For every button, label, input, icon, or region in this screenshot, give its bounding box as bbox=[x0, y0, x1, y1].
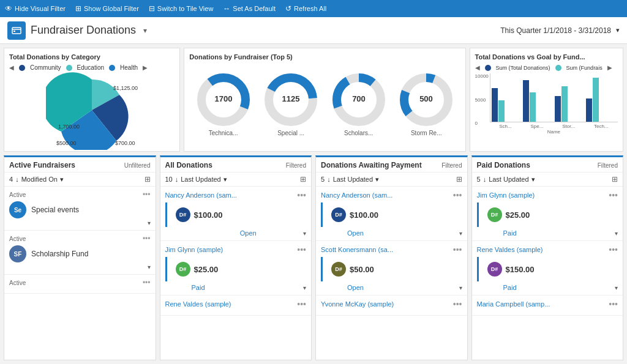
donut-technica-label: Technica... bbox=[209, 130, 238, 136]
bar-label-sch: Sch... bbox=[499, 124, 511, 129]
donation-avatar-1: D# bbox=[176, 207, 190, 222]
header: Fundraiser Donations ▾ This Quarter 1/1/… bbox=[0, 17, 627, 44]
hide-visual-filter-button[interactable]: 👁 Hide Visual Filter bbox=[5, 4, 66, 13]
paid-donations-badge: Filtered bbox=[598, 162, 618, 169]
refresh-all-button[interactable]: ↺ Refresh All bbox=[285, 4, 326, 13]
donation-status-2[interactable]: Paid bbox=[192, 284, 205, 291]
list-item: Jim Glynn (sample) ••• D# $25.00 Paid ▾ bbox=[472, 187, 623, 241]
legend-community-dot bbox=[19, 65, 25, 71]
date-range-chevron-icon[interactable]: ▾ bbox=[616, 26, 620, 34]
paid-donations-sort[interactable]: 5 ↓ Last Updated ▾ bbox=[477, 176, 535, 184]
all-donations-sort[interactable]: 10 ↓ Last Updated ▾ bbox=[165, 176, 227, 184]
fundraiser-dots-3[interactable]: ••• bbox=[143, 278, 151, 287]
donation-dots-2[interactable]: ••• bbox=[297, 245, 306, 254]
donation-person-3[interactable]: Rene Valdes (sample) bbox=[165, 300, 231, 308]
show-global-filter-button[interactable]: ⊞ Show Global Filter bbox=[75, 4, 139, 13]
awaiting-dots-3[interactable]: ••• bbox=[453, 299, 462, 309]
donation-dots-1[interactable]: ••• bbox=[297, 190, 306, 200]
awaiting-status-2[interactable]: Open bbox=[347, 284, 364, 291]
chart3-legend: ◀ Sum (Total Donations) Sum (Fundrais ▶ bbox=[475, 64, 618, 71]
fundraiser-dots-2[interactable]: ••• bbox=[143, 234, 151, 243]
list-item: Active ••• bbox=[4, 275, 156, 294]
svg-text:1125: 1125 bbox=[282, 94, 300, 103]
awaiting-status-chevron-2[interactable]: ▾ bbox=[459, 284, 462, 291]
legend-health-dot bbox=[109, 65, 115, 71]
donation-person-1[interactable]: Nancy Anderson (sam... bbox=[165, 191, 237, 199]
awaiting-payment-header: Donations Awaiting Payment Filtered bbox=[316, 157, 467, 173]
awaiting-person-3[interactable]: Yvonne McKay (sample) bbox=[321, 300, 394, 308]
all-donations-options-icon[interactable]: ⊞ bbox=[300, 175, 306, 184]
bar-sch-v2 bbox=[498, 100, 505, 122]
list-item: Nancy Anderson (sam... ••• D# $100.00 Op… bbox=[316, 187, 467, 241]
donation-status-chevron-1[interactable]: ▾ bbox=[303, 230, 306, 237]
refresh-icon: ↺ bbox=[285, 4, 291, 13]
chart-total-donations-by-category: Total Donations by Category ◀ Community … bbox=[4, 48, 180, 152]
awaiting-payment-sort[interactable]: 5 ↓ Last Updated ▾ bbox=[321, 176, 379, 184]
bar-sch-v1 bbox=[492, 88, 498, 122]
donut-scholars-label: Scholars... bbox=[344, 130, 373, 136]
donation-avatar-2: D# bbox=[176, 262, 190, 277]
chart3-title: Total Donations vs Goal by Fund... bbox=[475, 53, 618, 61]
y-label-10000: 10000 bbox=[475, 73, 489, 79]
paid-sort-count: 5 bbox=[477, 176, 481, 183]
awaiting-payment-title: Donations Awaiting Payment bbox=[321, 161, 422, 169]
paid-body-2: D# $150.00 bbox=[477, 257, 618, 281]
paid-item-header-3: Maria Campbell (samp... ••• bbox=[477, 299, 618, 309]
paid-status-1[interactable]: Paid bbox=[503, 229, 517, 237]
svg-text:1700: 1700 bbox=[214, 94, 232, 103]
awaiting-sort-field: Last Updated bbox=[333, 176, 373, 183]
svg-text:500: 500 bbox=[419, 94, 433, 103]
donation-status-1[interactable]: Open bbox=[240, 229, 257, 237]
awaiting-options-icon[interactable]: ⊞ bbox=[456, 175, 462, 184]
paid-status-2[interactable]: Paid bbox=[503, 284, 517, 291]
bar-group-tech bbox=[586, 78, 615, 122]
svg-rect-2 bbox=[13, 31, 15, 32]
awaiting-body-2: D# $50.00 bbox=[321, 257, 462, 281]
fundraiser-chevron-2[interactable]: ▾ bbox=[9, 264, 151, 270]
awaiting-item-header-3: Yvonne McKay (sample) ••• bbox=[321, 299, 462, 309]
date-range: This Quarter 1/1/2018 - 3/31/2018 bbox=[500, 26, 611, 35]
paid-options-icon[interactable]: ⊞ bbox=[612, 175, 618, 184]
active-fundraisers-options-icon[interactable]: ⊞ bbox=[145, 175, 151, 184]
chart3-legend-dot2 bbox=[555, 65, 561, 71]
chart1-prev-arrow[interactable]: ◀ bbox=[9, 64, 14, 71]
set-default-button[interactable]: ↔ Set As Default bbox=[223, 4, 276, 13]
chart3-next-arrow[interactable]: ▶ bbox=[607, 64, 612, 71]
paid-status-chevron-1[interactable]: ▾ bbox=[615, 230, 618, 237]
donation-person-2[interactable]: Jim Glynn (sample) bbox=[165, 246, 223, 253]
bar-x-axis-name: Name bbox=[490, 129, 618, 135]
awaiting-status-1[interactable]: Open bbox=[347, 229, 364, 237]
donation-dots-3[interactable]: ••• bbox=[297, 299, 306, 309]
paid-person-3[interactable]: Maria Campbell (samp... bbox=[477, 300, 550, 308]
awaiting-avatar-2: D# bbox=[331, 262, 346, 277]
donuts-container: 1700 Technica... 1125 Special ... bbox=[189, 64, 460, 144]
switch-view-button[interactable]: ⊟ Switch to Tile View bbox=[149, 4, 214, 13]
sort-chevron-icon: ▾ bbox=[60, 176, 64, 184]
header-right: This Quarter 1/1/2018 - 3/31/2018 ▾ bbox=[500, 26, 620, 35]
paid-person-2[interactable]: Rene Valdes (sample) bbox=[477, 246, 543, 253]
paid-person-1[interactable]: Jim Glynn (sample) bbox=[477, 191, 535, 199]
list-item: Rene Valdes (sample) ••• D# $150.00 Paid… bbox=[472, 241, 623, 295]
chart1-next-arrow[interactable]: ▶ bbox=[143, 64, 148, 71]
awaiting-amount-2: $50.00 bbox=[350, 265, 374, 274]
awaiting-person-2[interactable]: Scott Konersmann (sa... bbox=[321, 246, 393, 253]
awaiting-dots-1[interactable]: ••• bbox=[453, 190, 462, 200]
donut-scholars: 700 Scholars... bbox=[331, 72, 386, 136]
awaiting-person-1[interactable]: Nancy Anderson (sam... bbox=[321, 191, 392, 199]
active-fundraisers-sort[interactable]: 4 ↓ Modified On ▾ bbox=[9, 176, 64, 184]
bar-label-stor: Stor... bbox=[562, 124, 575, 129]
paid-dots-2[interactable]: ••• bbox=[609, 245, 618, 254]
awaiting-dots-2[interactable]: ••• bbox=[453, 245, 462, 254]
fundraiser-chevron-1[interactable]: ▾ bbox=[9, 220, 151, 226]
chart3-prev-arrow[interactable]: ◀ bbox=[475, 64, 480, 71]
awaiting-status-chevron-1[interactable]: ▾ bbox=[459, 230, 462, 237]
list-item: Active ••• Se Special events ▾ bbox=[4, 187, 156, 231]
fundraiser-dots-1[interactable]: ••• bbox=[143, 190, 151, 199]
paid-dots-3[interactable]: ••• bbox=[609, 299, 618, 309]
title-chevron-icon[interactable]: ▾ bbox=[143, 26, 147, 35]
paid-dots-1[interactable]: ••• bbox=[609, 190, 618, 200]
donation-status-chevron-2[interactable]: ▾ bbox=[303, 284, 306, 291]
awaiting-item-header-2: Scott Konersmann (sa... ••• bbox=[321, 245, 462, 254]
donut-special-label: Special ... bbox=[277, 130, 304, 136]
paid-status-chevron-2[interactable]: ▾ bbox=[615, 284, 618, 291]
